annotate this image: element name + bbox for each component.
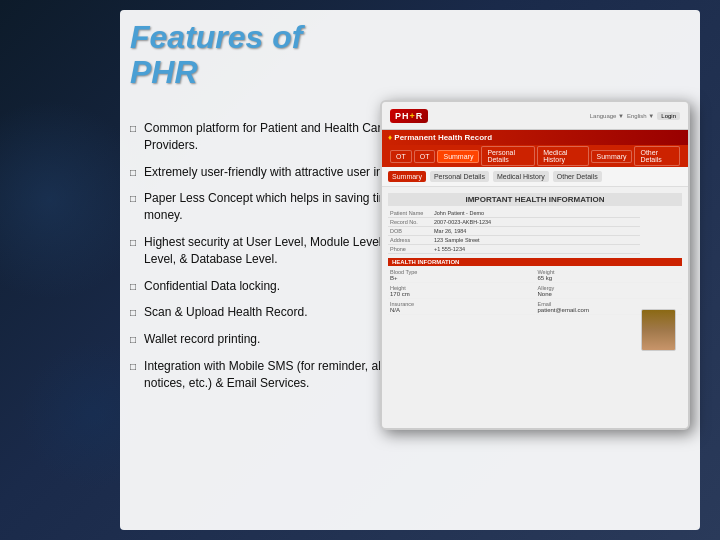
bullet-icon-6: □ <box>130 307 136 318</box>
nav-personal[interactable]: Personal Details <box>481 146 535 166</box>
phr-content-area: IMPORTANT HEALTH INFORMATION Patient Nam… <box>382 187 688 430</box>
phr-fields-grid: Blood Type B+ Weight 65 kg Height 170 cm… <box>388 268 682 315</box>
phr-field-height: Height 170 cm <box>388 284 535 299</box>
phr-row-name: Patient Name John Patient - Demo <box>388 209 640 218</box>
patient-photo <box>641 309 676 351</box>
phr-title-bar: ♦ Permanent Health Record <box>382 130 688 145</box>
bullet-icon-3: □ <box>130 193 136 204</box>
nav-summary2[interactable]: Summary <box>591 150 633 163</box>
bullet-icon-2: □ <box>130 167 136 178</box>
bullet-icon-8: □ <box>130 361 136 372</box>
sub-nav-medical-history[interactable]: Medical History <box>493 171 549 182</box>
title-block: Features of PHR <box>130 20 690 90</box>
bullet-icon-7: □ <box>130 334 136 345</box>
main-content: Features of PHR □ Common platform for Pa… <box>130 20 690 530</box>
phr-top-bar: PH+R Language ▼ English ▼ Login <box>382 102 688 130</box>
phr-info-rows: Patient Name John Patient - Demo Record … <box>388 209 640 254</box>
bullet-icon-1: □ <box>130 123 136 134</box>
sub-nav-summary[interactable]: Summary <box>388 171 426 182</box>
nav-other[interactable]: Other Details <box>634 146 680 166</box>
phr-screenshot: PH+R Language ▼ English ▼ Login ♦ Perman… <box>380 100 690 430</box>
phr-logo: PH+R <box>390 109 428 123</box>
bullet-icon-4: □ <box>130 237 136 248</box>
sub-nav-personal-details[interactable]: Personal Details <box>430 171 489 182</box>
title-line1: Features of <box>130 20 690 55</box>
title-line2: PHR <box>130 55 690 90</box>
phr-field-insurance: Insurance N/A <box>388 300 535 315</box>
phr-sub-nav: Summary Personal Details Medical History… <box>382 167 688 187</box>
nav-ot-2[interactable]: OT <box>414 150 436 163</box>
phr-row-address: Address 123 Sample Street <box>388 236 640 245</box>
nav-summary[interactable]: Summary <box>437 150 479 163</box>
bullet-icon-5: □ <box>130 281 136 292</box>
nav-ot-1[interactable]: OT <box>390 150 412 163</box>
phr-info-block: Patient Name John Patient - Demo Record … <box>388 209 682 254</box>
phr-row-phone: Phone +1 555-1234 <box>388 245 640 254</box>
phr-section-header: HEALTH INFORMATION <box>388 258 682 266</box>
phr-row-dob: DOB Mar 26, 1984 <box>388 227 640 236</box>
sub-nav-other-details[interactable]: Other Details <box>553 171 602 182</box>
feature-text-5: Confidential Data locking. <box>144 278 280 295</box>
phr-row-record: Record No. 2007-0023-AKBH-1234 <box>388 218 640 227</box>
feature-text-7: Wallet record printing. <box>144 331 260 348</box>
phr-fields-section: HEALTH INFORMATION Blood Type B+ Weight … <box>388 258 682 315</box>
phr-nav: OT OT Summary Personal Details Medical H… <box>382 145 688 167</box>
nav-medical[interactable]: Medical History <box>537 146 588 166</box>
phr-field-allergy: Allergy None <box>536 284 683 299</box>
feature-text-6: Scan & Upload Health Record. <box>144 304 307 321</box>
phr-field-blood: Blood Type B+ <box>388 268 535 283</box>
phr-field-weight: Weight 65 kg <box>536 268 683 283</box>
patient-record-title: IMPORTANT HEALTH INFORMATION <box>388 193 682 206</box>
